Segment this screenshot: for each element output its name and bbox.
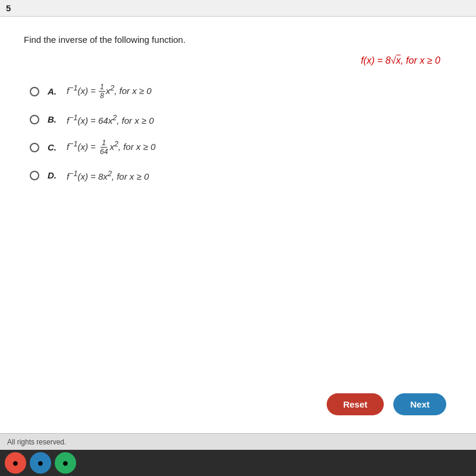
main-content: Find the inverse of the following functi… <box>0 17 476 433</box>
option-B[interactable]: B. f−1(x) = 64x2, for x ≥ 0 <box>30 114 452 126</box>
question-number: 5 <box>6 3 11 13</box>
option-C-math: f−1(x) = 164x2, for x ≥ 0 <box>67 139 155 156</box>
radio-C[interactable] <box>30 143 39 152</box>
option-A[interactable]: A. f−1(x) = 18x2, for x ≥ 0 <box>30 83 452 101</box>
rights-text: All rights reserved. <box>7 438 66 446</box>
option-B-label: B. <box>48 114 58 124</box>
option-A-math: f−1(x) = 18x2, for x ≥ 0 <box>67 83 152 101</box>
option-D-label: D. <box>48 170 58 180</box>
taskbar-icon-blue[interactable]: ● <box>30 452 51 474</box>
option-D-math: f−1(x) = 8x2, for x ≥ 0 <box>67 170 149 181</box>
options-list: A. f−1(x) = 18x2, for x ≥ 0 B. f−1(x) = … <box>30 83 452 181</box>
radio-B[interactable] <box>30 115 39 124</box>
taskbar-icon-red[interactable]: ● <box>5 452 26 474</box>
option-B-math: f−1(x) = 64x2, for x ≥ 0 <box>67 114 154 126</box>
function-display: f(x) = 8√x, for x ≥ 0 <box>24 55 452 66</box>
taskbar-bottom: ● ● ● <box>0 450 476 476</box>
radio-A[interactable] <box>30 87 39 96</box>
taskbar-icon-green[interactable]: ● <box>55 452 76 474</box>
option-C[interactable]: C. f−1(x) = 164x2, for x ≥ 0 <box>30 139 452 156</box>
next-button[interactable]: Next <box>393 393 446 415</box>
instruction-text: Find the inverse of the following functi… <box>24 35 452 45</box>
footer: All rights reserved. <box>0 433 476 450</box>
reset-button[interactable]: Reset <box>327 393 384 415</box>
top-bar: 5 <box>0 0 476 17</box>
button-row: Reset Next <box>24 369 452 421</box>
option-A-label: A. <box>48 86 58 96</box>
function-expression: f(x) = 8√x, for x ≥ 0 <box>361 55 440 65</box>
option-C-label: C. <box>48 142 58 152</box>
radio-D[interactable] <box>30 171 39 180</box>
option-D[interactable]: D. f−1(x) = 8x2, for x ≥ 0 <box>30 170 452 181</box>
